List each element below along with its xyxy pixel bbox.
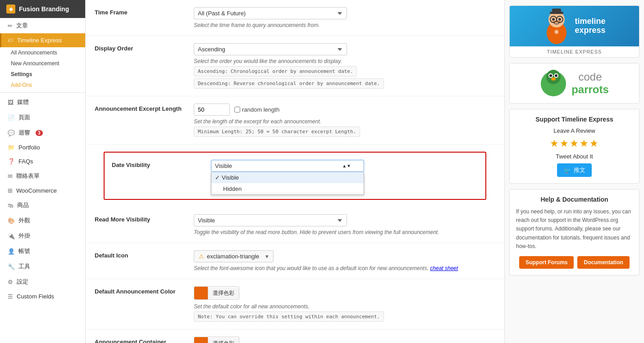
pages-icon: 📄 <box>8 114 15 121</box>
sidebar-item-label: 帳號 <box>18 247 30 255</box>
brand-label: Fusion Branding <box>19 5 69 13</box>
sidebar-item-label: 外觀 <box>18 217 30 225</box>
sidebar-item-label: FAQs <box>18 158 33 165</box>
read-more-label: Read More Visibility <box>95 214 194 235</box>
color-swatch <box>194 287 208 299</box>
date-visibility-list: ✓ Visible Hidden <box>211 172 364 195</box>
sidebar-item-portfolio[interactable]: 📁 Portfolio <box>0 140 85 154</box>
sidebar-item-label: WooCommerce <box>16 187 57 194</box>
date-visibility-label: Date Visibility <box>112 160 211 168</box>
timeline-icon: 🏷 <box>8 37 14 44</box>
sidebar-subitem-settings[interactable]: Settings <box>0 69 85 80</box>
writing-icon: ✏ <box>8 23 13 29</box>
sidebar-item-tools[interactable]: 🔧 工具 <box>0 259 85 274</box>
display-order-select[interactable]: Ascending Descending <box>194 43 347 55</box>
custom-fields-icon: ☰ <box>8 293 13 300</box>
warning-icon: ⚠ <box>199 253 204 260</box>
sidebar-item-faqs[interactable]: ❓ FAQs <box>0 154 85 168</box>
tweet-button[interactable]: 🐦 推文 <box>557 163 592 177</box>
timeline-express-logo: ❄ timeline express <box>510 6 639 46</box>
default-icon-label: Default Icon <box>95 250 194 271</box>
sidebar-item-label: 工具 <box>18 262 30 271</box>
parrot-icon <box>540 68 567 99</box>
sidebar-item-media[interactable]: 🖼 媒體 <box>0 95 85 110</box>
read-more-row: Read More Visibility Visible Hidden Togg… <box>86 207 504 243</box>
date-visibility-option-visible[interactable]: ✓ Visible <box>211 172 364 183</box>
svg-rect-8 <box>552 9 561 13</box>
descending-note: Descending: Reverse chronological order … <box>194 78 384 89</box>
svg-point-15 <box>555 74 557 77</box>
default-color-label: Default Announcement Color <box>95 286 194 322</box>
center-panel: Time Frame All (Past & Future) Select th… <box>86 0 504 343</box>
sidebar-subitem-addons[interactable]: Add-Ons <box>0 80 85 90</box>
sidebar-item-products[interactable]: 🛍 商品 <box>0 198 85 213</box>
random-length-label[interactable]: random length <box>234 106 279 113</box>
new-announcement-label: New Announcement <box>11 60 59 67</box>
excerpt-length-input[interactable] <box>194 104 230 116</box>
container-color-row: Announcement Container Background Color … <box>86 329 504 343</box>
faqs-icon: ❓ <box>8 158 15 165</box>
sidebar-subitem-all-announcements[interactable]: All Announcements <box>0 47 85 58</box>
date-visibility-selected: Visible <box>215 162 232 169</box>
products-icon: 🛍 <box>8 202 14 209</box>
excerpt-note: Minimum Length: 25; 50 = 50 character ex… <box>194 126 360 137</box>
random-length-checkbox[interactable] <box>234 107 240 113</box>
time-frame-label: Time Frame <box>95 7 194 28</box>
code-parrots-card: code parrots <box>509 63 639 104</box>
documentation-button[interactable]: Documentation <box>577 256 629 269</box>
cheat-sheet-link[interactable]: cheat sheet <box>430 265 458 271</box>
sidebar-item-pages[interactable]: 📄 頁面 <box>0 110 85 125</box>
twitter-icon: 🐦 <box>563 167 571 174</box>
settings-icon: ⚙ <box>8 279 13 285</box>
sidebar-item-contact[interactable]: ✉ 聯絡表單 <box>0 168 85 184</box>
media-icon: 🖼 <box>8 99 14 106</box>
sidebar-subitem-new-announcement[interactable]: New Announcement <box>0 58 85 69</box>
excerpt-desc: Set the length of the excerpt for each a… <box>194 118 495 125</box>
woo-icon: ⊞ <box>8 187 13 194</box>
sidebar-item-writing[interactable]: ✏ 文章 <box>0 18 85 33</box>
sidebar-item-label: 媒體 <box>17 98 29 106</box>
date-visibility-trigger[interactable]: Visible ▲▼ <box>211 160 364 172</box>
date-visibility-section: Date Visibility Visible ▲▼ ✓ Visible <box>104 152 486 200</box>
main-content: Time Frame All (Past & Future) Select th… <box>86 0 644 343</box>
settings-label: Settings <box>11 71 32 77</box>
svg-point-5 <box>552 18 555 21</box>
container-color-button[interactable]: 選擇色彩 <box>194 337 239 343</box>
tweet-about: Tweet About It <box>516 153 633 160</box>
support-forums-button[interactable]: Support Forums <box>519 256 574 269</box>
date-visibility-dropdown[interactable]: Visible ▲▼ ✓ Visible Hidden <box>211 160 364 172</box>
sidebar-item-timeline-express[interactable]: 🏷 Timeline Express <box>0 33 85 47</box>
sidebar-item-label: 文章 <box>16 22 28 30</box>
default-color-value-col: 選擇色彩 Set the default color for all new a… <box>194 286 495 322</box>
default-icon-value-col: ⚠ exclamation-triangle ▾ Select the font… <box>194 250 495 271</box>
time-frame-select[interactable]: All (Past & Future) <box>194 7 347 19</box>
sidebar-item-plugins[interactable]: 🔌 外掛 <box>0 228 85 244</box>
sidebar-item-appearance[interactable]: 🎨 外觀 <box>0 213 85 228</box>
te-character-svg: ❄ <box>543 8 570 44</box>
date-visibility-section-wrapper: Date Visibility Visible ▲▼ ✓ Visible <box>86 144 504 207</box>
sidebar-item-comments[interactable]: 💬 迴響 3 <box>0 125 85 140</box>
sidebar-item-users[interactable]: 👤 帳號 <box>0 244 85 259</box>
date-visibility-option-hidden[interactable]: Hidden <box>211 183 364 194</box>
default-color-button[interactable]: 選擇色彩 <box>194 286 239 300</box>
sidebar-item-custom-fields[interactable]: ☰ Custom Fields <box>0 289 85 303</box>
support-card: Support Timeline Express Leave A Review … <box>509 109 639 184</box>
help-buttons: Support Forums Documentation <box>516 256 633 269</box>
sidebar-item-settings[interactable]: ⚙ 設定 <box>0 274 85 289</box>
default-icon-value: exclamation-triangle <box>207 253 259 260</box>
read-more-select[interactable]: Visible Hidden <box>194 214 347 226</box>
container-color-label-btn[interactable]: 選擇色彩 <box>208 338 239 343</box>
support-title: Support Timeline Express <box>516 116 633 123</box>
read-more-desc: Toggle the visibility of the read more b… <box>194 229 495 235</box>
time-frame-row: Time Frame All (Past & Future) Select th… <box>86 0 504 36</box>
sidebar-item-label: 外掛 <box>18 232 30 240</box>
default-color-row: Default Announcement Color 選擇色彩 Set the … <box>86 279 504 329</box>
default-icon-button[interactable]: ⚠ exclamation-triangle ▾ <box>194 250 274 262</box>
sidebar-item-woocommerce[interactable]: ⊞ WooCommerce <box>0 184 85 198</box>
comments-icon: 💬 <box>8 130 15 136</box>
sidebar-item-label: Timeline Express <box>17 37 62 44</box>
color-label[interactable]: 選擇色彩 <box>208 288 239 299</box>
date-visibility-value-col: Visible ▲▼ ✓ Visible Hidden <box>211 160 478 192</box>
timeline-express-ad-card: ❄ timeline express TIMELINE EXPRESS <box>509 5 639 58</box>
svg-point-11 <box>546 70 561 84</box>
